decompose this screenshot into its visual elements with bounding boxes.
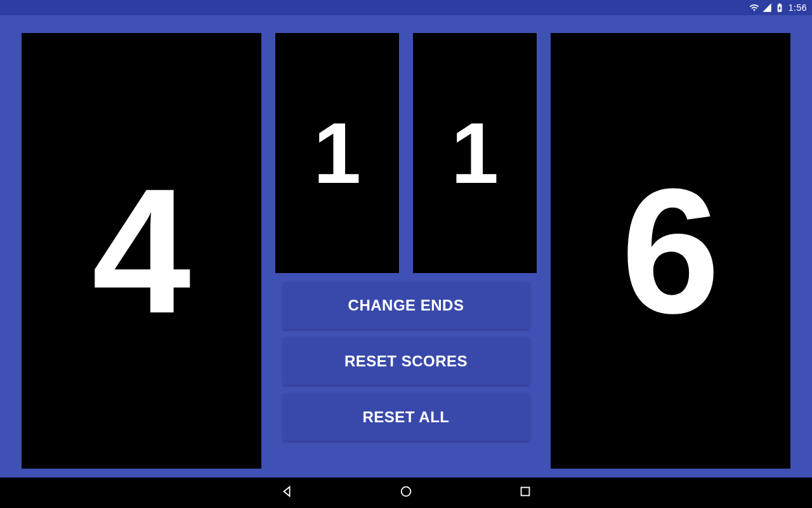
nav-home-button[interactable]: [397, 484, 415, 502]
wifi-icon: [749, 3, 759, 13]
right-points-value: 6: [621, 149, 720, 353]
button-stack: CHANGE ENDS RESET SCORES RESET ALL: [275, 282, 537, 441]
sets-row: 1 1: [275, 33, 537, 273]
back-icon: [280, 485, 294, 501]
change-ends-button[interactable]: CHANGE ENDS: [283, 282, 529, 329]
android-status-bar: 1:56: [0, 0, 812, 15]
cell-signal-icon: [762, 3, 772, 13]
left-points-value: 4: [92, 149, 191, 353]
center-column: 1 1 CHANGE ENDS RESET SCORES RESET ALL: [275, 33, 537, 469]
nav-recents-button[interactable]: [516, 484, 534, 502]
home-icon: [399, 485, 413, 501]
recents-icon: [518, 485, 532, 501]
scoreboard-app: 4 1 1 CHANGE ENDS RESET SCORES RESET ALL…: [0, 15, 812, 478]
android-nav-bar: [0, 478, 812, 508]
reset-scores-button[interactable]: RESET SCORES: [283, 338, 529, 385]
right-points-card[interactable]: 6: [551, 33, 790, 469]
status-clock: 1:56: [789, 3, 807, 13]
right-sets-card[interactable]: 1: [413, 33, 537, 273]
left-sets-value: 1: [313, 104, 361, 203]
battery-icon: [775, 3, 785, 13]
left-sets-card[interactable]: 1: [275, 33, 399, 273]
svg-rect-1: [521, 488, 530, 496]
left-points-card[interactable]: 4: [22, 33, 261, 469]
right-sets-value: 1: [451, 104, 499, 203]
svg-point-0: [402, 487, 411, 497]
nav-back-button[interactable]: [278, 484, 296, 502]
reset-all-button[interactable]: RESET ALL: [283, 394, 529, 441]
